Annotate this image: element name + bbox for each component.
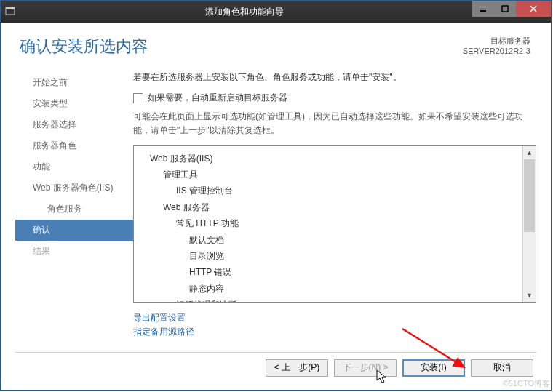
body-panel: 若要在所选服务器上安装以下角色、角色服务或功能，请单击"安装"。 如果需要，自动…: [133, 68, 536, 352]
auto-restart-checkbox[interactable]: [133, 93, 143, 103]
close-button[interactable]: [516, 1, 551, 17]
minimize-button[interactable]: [472, 1, 494, 17]
sidebar-item-install-type[interactable]: 安装类型: [15, 93, 133, 114]
feature-list: Web 服务器(IIS) 管理工具 IIS 管理控制台 Web 服务器 常见 H…: [134, 146, 522, 302]
target-server: 目标服务器 SERVER2012R2-3: [463, 36, 530, 57]
target-label: 目标服务器: [463, 36, 530, 46]
footer: < 上一步(P) 下一步(N) > 安装(I) 取消: [15, 352, 536, 383]
optional-note: 可能会在此页面上显示可选功能(如管理工具)，因为已自动选择这些功能。如果不希望安…: [133, 110, 536, 137]
links: 导出配置设置 指定备用源路径: [133, 311, 536, 339]
f-root: Web 服务器(IIS): [137, 151, 520, 167]
sidebar-item-before-begin[interactable]: 开始之前: [15, 72, 133, 93]
instruction: 若要在所选服务器上安装以下角色、角色服务或功能，请单击"安装"。: [133, 71, 536, 84]
f-web-server: Web 服务器: [137, 199, 520, 215]
sidebar-item-confirm[interactable]: 确认: [15, 220, 133, 241]
f-default-doc: 默认文档: [137, 232, 520, 248]
f-dir-browse: 目录浏览: [137, 248, 520, 264]
svg-rect-1: [6, 7, 15, 9]
title-bar: 添加角色和功能向导: [1, 1, 551, 23]
sidebar-item-server-select[interactable]: 服务器选择: [15, 114, 133, 135]
scroll-up-icon[interactable]: ▲: [523, 146, 536, 159]
wizard-window: 添加角色和功能向导 确认安装所选内容 目标服务器 SERVER2012R2-3 …: [0, 0, 552, 391]
svg-rect-3: [502, 6, 508, 12]
f-static-content: 静态内容: [137, 281, 520, 297]
scrollbar[interactable]: ▲ ▼: [522, 146, 536, 302]
auto-restart-row: 如果需要，自动重新启动目标服务器: [133, 92, 536, 104]
auto-restart-label: 如果需要，自动重新启动目标服务器: [148, 92, 287, 104]
install-button[interactable]: 安装(I): [402, 359, 465, 377]
f-common-http: 常见 HTTP 功能: [137, 215, 520, 231]
sidebar-item-iis-role[interactable]: Web 服务器角色(IIS): [15, 177, 133, 199]
sidebar-item-results: 结果: [15, 241, 133, 262]
maximize-button[interactable]: [494, 1, 516, 17]
scroll-track[interactable]: [523, 159, 536, 289]
export-config-link[interactable]: 导出配置设置: [133, 311, 536, 325]
sidebar-item-server-roles[interactable]: 服务器角色: [15, 135, 133, 156]
window-title: 添加角色和功能向导: [17, 6, 472, 18]
main: 开始之前 安装类型 服务器选择 服务器角色 功能 Web 服务器角色(IIS) …: [15, 68, 536, 352]
sidebar-item-features[interactable]: 功能: [15, 156, 133, 177]
feature-list-box: Web 服务器(IIS) 管理工具 IIS 管理控制台 Web 服务器 常见 H…: [133, 145, 536, 303]
sidebar: 开始之前 安装类型 服务器选择 服务器角色 功能 Web 服务器角色(IIS) …: [15, 68, 133, 352]
window-buttons: [472, 1, 551, 17]
header: 确认安装所选内容 目标服务器 SERVER2012R2-3: [15, 23, 536, 68]
watermark: ©51CTO博客: [503, 378, 550, 389]
f-http-errors: HTTP 错误: [137, 264, 520, 280]
content-area: 确认安装所选内容 目标服务器 SERVER2012R2-3 开始之前 安装类型 …: [1, 23, 551, 390]
app-icon: [1, 6, 17, 18]
previous-button[interactable]: < 上一步(P): [266, 359, 328, 377]
page-title: 确认安装所选内容: [20, 36, 148, 57]
sidebar-item-role-services[interactable]: 角色服务: [15, 199, 133, 220]
scroll-thumb[interactable]: [524, 159, 535, 232]
target-name: SERVER2012R2-3: [463, 46, 530, 56]
scroll-down-icon[interactable]: ▼: [523, 289, 536, 302]
alt-source-link[interactable]: 指定备用源路径: [133, 325, 536, 339]
f-health-diag: 运行状况和诊断: [137, 297, 520, 301]
f-iis-console: IIS 管理控制台: [137, 183, 520, 199]
cancel-button[interactable]: 取消: [471, 359, 533, 377]
f-mgmt-tools: 管理工具: [137, 167, 520, 183]
next-button: 下一步(N) >: [334, 359, 397, 377]
